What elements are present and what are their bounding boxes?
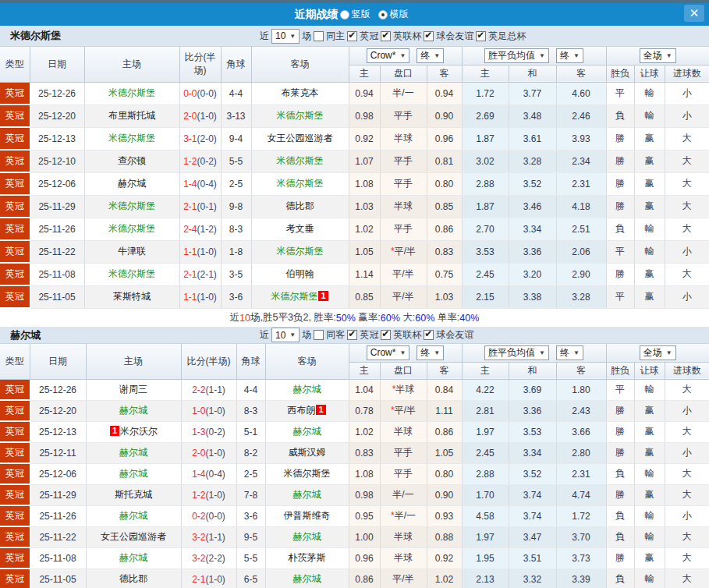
team-name-text: 米德尔斯堡 [277, 110, 324, 121]
halftime-score: (2-2) [206, 553, 225, 564]
col-odds-home: 主 [349, 65, 380, 82]
away-odds: 0.90 [427, 484, 462, 505]
league-label-eflcup[interactable]: 英联杯 [393, 30, 421, 43]
away-team: 米德尔斯堡 [265, 463, 349, 484]
layout-horizontal-label[interactable]: 横版 [390, 8, 409, 21]
close-button[interactable]: ✕ [684, 5, 704, 22]
league-type-badge: 英冠 [0, 421, 30, 442]
mean-away-odds: 2.51 [556, 218, 606, 240]
away-odds: 0.88 [427, 526, 462, 547]
mean-source-select[interactable]: 胜平负均值 [484, 48, 549, 63]
league-checkbox-eflcup[interactable] [381, 330, 391, 340]
same-venue-checkbox[interactable] [314, 31, 324, 41]
home-team: 牛津联 [84, 240, 179, 263]
halftime-score: (0-4) [206, 469, 225, 480]
result-wdl: 平 [606, 240, 634, 263]
result-handicap: 輸 [634, 526, 665, 547]
recent-count-select[interactable]: 10 [271, 29, 300, 44]
mean-away-odds: 4.60 [556, 82, 606, 104]
league-checkbox-facup[interactable] [476, 31, 486, 41]
result-handicap: 赢 [634, 127, 665, 150]
league-checkbox-championship[interactable] [347, 31, 357, 41]
result-goals: 大 [665, 150, 709, 172]
league-label-friendly[interactable]: 球会友谊 [436, 30, 473, 43]
home-team: 谢周三 [86, 379, 181, 400]
col-score: 比分(半场) [179, 47, 221, 82]
away-team: 德比郡 [251, 195, 349, 218]
odds-period-select[interactable]: 终 [417, 345, 444, 360]
league-label-championship[interactable]: 英冠 [360, 328, 378, 342]
league-label-championship[interactable]: 英冠 [360, 30, 378, 43]
team-name-text: 牛津联 [118, 246, 146, 257]
league-checkbox-friendly[interactable] [424, 31, 434, 41]
league-checkbox-friendly[interactable] [424, 330, 434, 340]
col-result-goals: 进球数 [665, 65, 709, 82]
fulltime-select[interactable]: 全场 [640, 48, 676, 63]
col-result-goals: 进球数 [665, 362, 709, 379]
col-odds-away: 客 [427, 362, 462, 379]
score: 1-4(0-4) [179, 172, 221, 195]
score: 2-0(1-0) [179, 104, 221, 127]
league-checkbox-eflcup[interactable] [381, 31, 391, 41]
odds-source-select[interactable]: Crow* [367, 48, 410, 63]
odds-period-select[interactable]: 终 [417, 48, 444, 63]
layout-horizontal-radio[interactable] [378, 10, 388, 19]
mean-away-odds: 2.46 [556, 104, 606, 127]
league-checkbox-championship[interactable] [347, 330, 357, 340]
mean-home-odds: 1.95 [462, 547, 509, 569]
same-venue-label[interactable]: 同主 [326, 30, 345, 43]
odds-group-header: Crow* 终 [349, 47, 462, 65]
halftime-score: (1-0) [197, 111, 217, 122]
team-name-text: 布里斯托城 [108, 110, 155, 121]
result-wdl: 勝 [606, 484, 634, 505]
layout-vertical-radio[interactable] [340, 10, 349, 19]
team-name-text: 西布朗 [287, 405, 315, 416]
handicap-text: 半/一 [392, 489, 413, 500]
home-odds: 0.86 [349, 569, 380, 588]
handicap-text: 半球 [394, 200, 413, 211]
fulltime-select[interactable]: 全场 [640, 345, 676, 360]
away-odds: 0.84 [427, 379, 462, 400]
league-label-facup[interactable]: 英足总杯 [488, 30, 526, 43]
league-type-badge: 英冠 [0, 104, 30, 127]
fulltime-score: 1-1 [183, 246, 197, 257]
corner-count: 4-4 [221, 82, 251, 104]
mean-period-select[interactable]: 终 [556, 345, 583, 360]
away-team: 赫尔城 [265, 379, 349, 400]
league-type-badge: 英冠 [0, 463, 30, 484]
odds-group-header: Crow* 终 [349, 344, 462, 362]
recent-count-select[interactable]: 10 [271, 328, 300, 342]
mean-source-select[interactable]: 胜平负均值 [484, 345, 549, 360]
same-venue-checkbox[interactable] [314, 330, 324, 340]
fulltime-score: 1-2 [183, 156, 197, 167]
handicap-line: 半球 [380, 127, 427, 150]
result-wdl: 平 [606, 285, 634, 308]
mean-period-select[interactable]: 终 [556, 48, 583, 63]
summary-text-part: 60% [415, 313, 434, 324]
league-type-badge: 英冠 [0, 285, 30, 308]
away-odds: 0.92 [427, 547, 462, 569]
mean-home-odds: 3.53 [462, 240, 509, 263]
mean-draw-odds: 3.38 [509, 285, 556, 308]
result-wdl: 平 [606, 82, 634, 104]
match-date: 25-11-22 [30, 526, 86, 547]
halftime-score: (1-0) [197, 292, 217, 303]
away-odds: 0.94 [427, 82, 462, 104]
layout-vertical-label[interactable]: 竖版 [352, 8, 370, 21]
odds-source-select[interactable]: Crow* [367, 345, 410, 360]
corner-count: 5-5 [221, 150, 251, 172]
col-score: 比分(半场) [181, 344, 236, 379]
col-mean-home: 主 [462, 362, 509, 379]
same-venue-label[interactable]: 同客 [326, 328, 345, 342]
home-odds: 1.05 [349, 240, 380, 263]
league-label-eflcup[interactable]: 英联杯 [393, 328, 421, 342]
result-goals: 大 [665, 195, 709, 218]
col-home: 主场 [86, 344, 181, 379]
away-team: 米德尔斯堡 [251, 172, 349, 195]
team-name-text: 女王公园巡游者 [101, 531, 166, 542]
mean-draw-odds: 3.46 [509, 195, 556, 218]
fulltime-score: 2-4 [183, 224, 197, 235]
away-odds: 0.86 [427, 218, 462, 240]
league-label-friendly[interactable]: 球会友谊 [436, 328, 473, 342]
popup-title: 近期战绩 [295, 8, 339, 22]
